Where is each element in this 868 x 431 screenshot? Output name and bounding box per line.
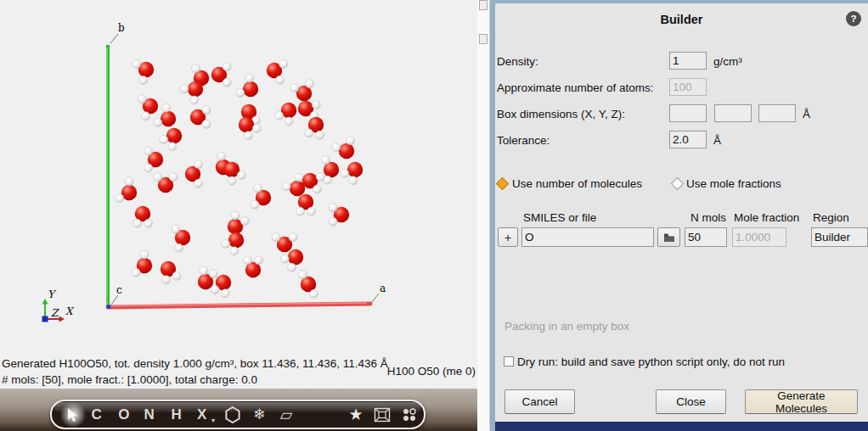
axis-a-label: a — [380, 283, 386, 294]
close-button[interactable]: Close — [656, 389, 726, 414]
smiles-input[interactable] — [521, 227, 654, 247]
plane-tool-icon[interactable]: ▱ — [280, 401, 293, 428]
origin-dot — [106, 305, 110, 309]
dry-run-label: Dry run: build and save python script on… — [517, 355, 785, 368]
header-nmols: N mols — [690, 211, 726, 224]
formula-label: H100 O50 (me 0) — [374, 365, 476, 378]
ring-tool-button[interactable] — [224, 401, 241, 428]
splitter-handle[interactable] — [479, 34, 488, 44]
toolbar-strip: C O N H X ▾ ❄ ▱ ★ — [0, 389, 477, 431]
splitter-handle[interactable] — [479, 0, 488, 10]
element-n-button[interactable]: N — [144, 401, 155, 428]
mole-fraction-input — [732, 227, 786, 247]
density-unit: g/cm³ — [713, 55, 742, 68]
box-y-input[interactable] — [714, 104, 752, 122]
fragments-button[interactable] — [402, 401, 417, 428]
region-input[interactable] — [811, 227, 868, 247]
help-button[interactable]: ? — [846, 11, 861, 26]
tolerance-unit: Å — [713, 134, 721, 147]
header-smiles: SMILES or file — [523, 211, 596, 224]
element-c-button[interactable]: C — [92, 401, 103, 428]
unit-cell-button[interactable] — [374, 401, 391, 428]
header-mole-fraction: Mole fraction — [734, 211, 799, 224]
radio-mole-fractions-label: Use mole fractions — [686, 177, 781, 190]
element-o-button[interactable]: O — [118, 401, 130, 428]
panel-title: Builder — [495, 13, 868, 26]
element-h-button[interactable]: H — [172, 401, 183, 428]
folder-icon — [663, 232, 674, 243]
density-input[interactable] — [669, 52, 707, 70]
status-line-2: # mols: [50], mole fract.: [1.0000], tot… — [2, 373, 257, 386]
header-region: Region — [813, 211, 849, 224]
atoms-input — [669, 78, 707, 96]
axis-c-label: c — [116, 284, 122, 296]
generate-molecules-button[interactable]: Generate Molecules — [745, 389, 858, 414]
toolbar: C O N H X ▾ ❄ ▱ ★ — [50, 400, 426, 429]
atoms-dots-icon — [402, 407, 417, 423]
cancel-button[interactable]: Cancel — [504, 389, 575, 414]
gizmo-x-label: X — [65, 305, 73, 317]
atoms-label: Approximate number of atoms: — [497, 81, 654, 94]
status-line-1: Generated H100O50, tot. density 1.000 g/… — [2, 357, 388, 370]
chevron-down-icon[interactable]: ▾ — [211, 417, 215, 424]
packing-status-text: Packing in an empty box — [504, 320, 629, 333]
snowflake-icon[interactable]: ❄ — [253, 401, 265, 428]
panel-splitter[interactable] — [477, 0, 490, 431]
water-molecules-layer — [116, 60, 363, 299]
box-dimensions-label: Box dimensions (X, Y, Z): — [497, 108, 625, 120]
radio-number-of-molecules-label: Use number of molecules — [512, 177, 642, 190]
viewport-3d[interactable]: b c a Y Z X Generated H100O50, tot. dens… — [0, 0, 477, 389]
gizmo-z-label: Z — [51, 307, 58, 319]
bottom-bar — [495, 422, 868, 431]
box-unit: Å — [803, 108, 810, 120]
select-cursor-button[interactable] — [65, 401, 79, 428]
axis-b-label: b — [118, 22, 125, 34]
add-row-button[interactable]: + — [498, 227, 518, 247]
density-label: Density: — [497, 55, 538, 68]
tolerance-label: Tolerance: — [497, 134, 550, 147]
tolerance-input[interactable] — [669, 131, 707, 148]
hexagon-icon — [224, 406, 241, 424]
cube-icon — [374, 407, 391, 423]
dry-run-checkbox[interactable] — [504, 356, 514, 367]
box-z-input[interactable] — [758, 104, 796, 122]
gizmo-y-label: Y — [48, 288, 54, 300]
browse-file-button[interactable] — [657, 227, 680, 247]
cursor-icon — [65, 407, 79, 423]
application-window: b c a Y Z X Generated H100O50, tot. dens… — [0, 0, 868, 431]
element-x-button[interactable]: X — [197, 401, 207, 428]
nmols-input[interactable] — [685, 227, 727, 247]
star-icon[interactable]: ★ — [348, 401, 363, 428]
box-x-input[interactable] — [669, 104, 707, 122]
scene-canvas — [0, 0, 477, 389]
